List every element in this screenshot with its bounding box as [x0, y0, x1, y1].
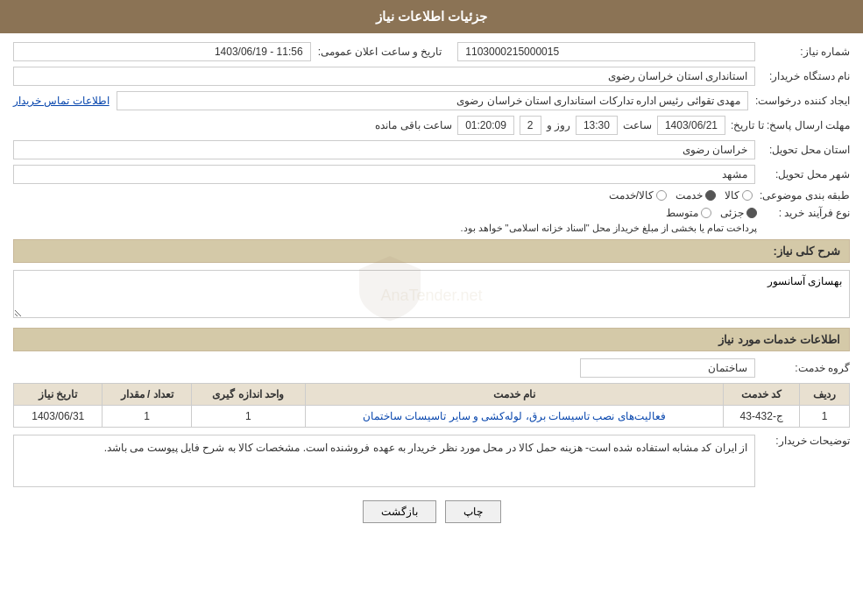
delivery-city-value: مشهد [13, 165, 755, 184]
response-time: 13:30 [576, 116, 618, 135]
service-group-row: گروه خدمت: ساختمان [13, 358, 850, 378]
page-header: جزئیات اطلاعات نیاز [0, 0, 863, 33]
purchase-motavaset-label: متوسط [666, 207, 698, 219]
subject-kala-label: کالا [725, 189, 739, 202]
response-deadline-row: مهلت ارسال پاسخ: تا تاریخ: 1403/06/21 سا… [13, 116, 850, 135]
purchase-jozei-radio[interactable] [746, 208, 757, 218]
col-service-code: کد خدمت [724, 384, 800, 406]
purchase-radio-group: جزئی متوسط [460, 207, 757, 219]
need-description-textarea[interactable]: بهسازی آسانسور [13, 270, 850, 318]
subject-khadamat-option: خدمت [676, 189, 716, 202]
response-day-label: روز و [547, 119, 570, 131]
need-number-row: شماره نیاز: 1103000215000015 تاریخ و ساع… [13, 42, 850, 61]
need-description-section-title: شرح کلی نیاز: [13, 239, 850, 263]
main-content: شماره نیاز: 1103000215000015 تاریخ و ساع… [0, 33, 863, 541]
need-number-label: شماره نیاز: [762, 46, 850, 58]
creator-label: ایجاد کننده درخواست: [755, 95, 850, 107]
delivery-province-row: استان محل تحویل: خراسان رضوی [13, 140, 850, 159]
buyer-org-row: نام دستگاه خریدار: استانداری استان خراسا… [13, 67, 850, 86]
subject-khadamat-radio[interactable] [705, 190, 716, 201]
cell-service-code: ج-432-43 [724, 406, 800, 428]
col-quantity: تعداد / مقدار [103, 384, 191, 406]
need-number-value: 1103000215000015 [457, 42, 755, 61]
remaining-time: 01:20:09 [457, 116, 514, 135]
col-unit: واحد اندازه گیری [191, 384, 305, 406]
delivery-city-label: شهر محل تحویل: [762, 168, 850, 181]
buyer-desc-label: توضیحات خریدار: [762, 435, 850, 447]
col-service-name: نام خدمت [305, 384, 723, 406]
cell-service-name: فعالیت‌های نصب تاسیسات برق، لوله‌کشی و س… [305, 406, 723, 428]
service-group-value: ساختمان [580, 358, 755, 378]
subject-radio-group: کالا خدمت کالا/خدمت [609, 189, 753, 202]
creator-row: ایجاد کننده درخواست: مهدی تقوائی رئیس اد… [13, 91, 850, 110]
response-date: 1403/06/21 [657, 116, 725, 135]
response-time-label: ساعت [623, 119, 652, 131]
purchase-type-label: نوع فرآیند خرید : [762, 207, 850, 219]
subject-kala-khadamat-label: کالا/خدمت [609, 189, 654, 202]
remaining-time-label: ساعت باقی مانده [375, 119, 452, 131]
col-date: تاریخ نیاز [14, 384, 103, 406]
buyer-org-label: نام دستگاه خریدار: [762, 70, 850, 82]
table-row: 1 ج-432-43 فعالیت‌های نصب تاسیسات برق، ل… [14, 406, 850, 428]
announce-date-value: 1403/06/19 - 11:56 [13, 42, 311, 61]
delivery-province-value: خراسان رضوی [13, 140, 755, 159]
buttons-row: چاپ بازگشت [13, 500, 850, 523]
back-button[interactable]: بازگشت [363, 500, 436, 523]
cell-quantity: 1 [103, 406, 191, 428]
creator-value: مهدی تقوائی رئیس اداره تدارکات استانداری… [117, 91, 748, 110]
announce-date-label: تاریخ و ساعت اعلان عمومی: [318, 46, 442, 58]
subject-kala-khadamat-option: کالا/خدمت [609, 189, 667, 202]
creator-contact-link[interactable]: اطلاعات تماس خریدار [13, 95, 110, 107]
page-title: جزئیات اطلاعات نیاز [376, 9, 487, 24]
subject-category-row: طبقه بندی موضوعی: کالا خدمت کالا/خدمت [13, 189, 850, 202]
subject-kala-radio[interactable] [742, 190, 753, 201]
cell-date: 1403/06/31 [14, 406, 103, 428]
subject-category-label: طبقه بندی موضوعی: [760, 189, 850, 202]
purchase-motavaset-option: متوسط [666, 207, 711, 219]
buyer-org-value: استانداری استان خراسان رضوی [13, 67, 755, 86]
col-row-num: ردیف [800, 384, 850, 406]
page-wrapper: جزئیات اطلاعات نیاز شماره نیاز: 11030002… [0, 0, 863, 616]
print-button[interactable]: چاپ [445, 500, 501, 523]
purchase-motavaset-radio[interactable] [701, 208, 711, 218]
purchase-type-row: نوع فرآیند خرید : جزئی متوسط پرداخت تمام… [13, 207, 850, 234]
delivery-province-label: استان محل تحویل: [762, 144, 850, 156]
cell-row-num: 1 [800, 406, 850, 428]
buyer-desc-value: از ایران کد مشابه استفاده شده است- هزینه… [13, 435, 755, 487]
response-deadline-label: مهلت ارسال پاسخ: تا تاریخ: [731, 119, 850, 131]
purchase-jozei-option: جزئی [720, 207, 757, 219]
services-section-title: اطلاعات خدمات مورد نیاز [13, 328, 850, 351]
services-table: ردیف کد خدمت نام خدمت واحد اندازه گیری ت… [13, 383, 850, 428]
service-group-label: گروه خدمت: [762, 362, 850, 374]
buyer-desc-row: توضیحات خریدار: از ایران کد مشابه استفاد… [13, 435, 850, 487]
subject-khadamat-label: خدمت [676, 189, 703, 202]
purchase-note: پرداخت تمام یا بخشی از مبلغ خریداز محل "… [460, 223, 757, 234]
subject-kala-option: کالا [725, 189, 753, 202]
need-description-container: AnaTender.net بهسازی آسانسور [13, 270, 850, 321]
cell-unit: 1 [191, 406, 305, 428]
purchase-jozei-label: جزئی [720, 207, 744, 219]
delivery-city-row: شهر محل تحویل: مشهد [13, 165, 850, 184]
response-days: 2 [520, 116, 541, 135]
subject-kala-khadamat-radio[interactable] [656, 190, 667, 201]
